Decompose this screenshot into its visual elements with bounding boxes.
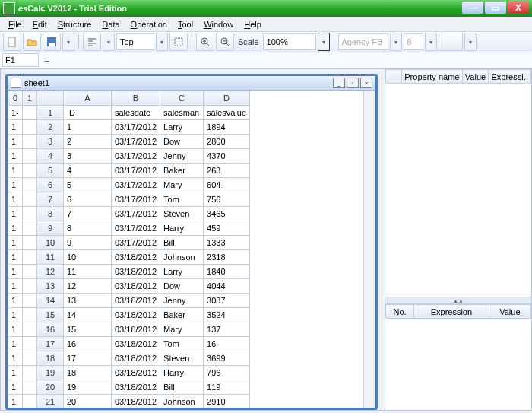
outline-col-1[interactable]: 1 [23, 91, 37, 106]
align-v-value[interactable] [119, 37, 152, 47]
save-button[interactable] [43, 33, 61, 51]
level-cell[interactable]: 1- [8, 106, 23, 120]
menu-help[interactable]: Help [239, 18, 267, 30]
data-cell[interactable]: 4044 [204, 279, 250, 294]
level-cell[interactable]: 1 [8, 279, 23, 294]
data-cell[interactable]: 03/18/2012 [112, 308, 160, 322]
data-cell[interactable]: 604 [204, 178, 250, 192]
zoom-in-button[interactable] [196, 33, 214, 51]
data-cell[interactable]: 18 [64, 366, 112, 380]
data-cell[interactable]: 03/17/2012 [112, 221, 160, 236]
data-cell[interactable]: 03/18/2012 [112, 322, 160, 337]
zoom-out-button[interactable] [216, 33, 234, 51]
scale-value[interactable] [265, 37, 314, 47]
data-cell[interactable]: 3524 [204, 308, 250, 322]
doc-maximize-button[interactable]: ▫ [347, 78, 359, 88]
level-cell[interactable]: 1 [8, 192, 23, 207]
row-header-20[interactable]: 20 [37, 380, 64, 395]
header-cell[interactable]: salesman [160, 106, 204, 120]
props-col-value[interactable]: Value [462, 70, 489, 84]
data-cell[interactable]: Dow [160, 135, 204, 149]
row-header-9[interactable]: 9 [37, 221, 64, 236]
align-h-dropdown[interactable]: ▾ [103, 33, 115, 51]
font-name-select[interactable] [338, 33, 388, 50]
font-size-dropdown[interactable]: ▾ [425, 33, 437, 51]
align-v-select[interactable] [116, 33, 154, 50]
menu-edit[interactable]: Edit [27, 18, 52, 30]
data-cell[interactable]: 17 [64, 351, 112, 366]
data-cell[interactable]: 4370 [204, 149, 250, 164]
data-cell[interactable]: 03/18/2012 [112, 279, 160, 294]
header-cell[interactable]: salesvalue [204, 106, 250, 120]
data-cell[interactable]: Larry [160, 120, 204, 135]
data-cell[interactable]: 3 [64, 149, 112, 164]
data-cell[interactable]: 3037 [204, 294, 250, 308]
data-cell[interactable]: 16 [64, 337, 112, 351]
level-cell[interactable]: 1 [8, 308, 23, 322]
props-col-name[interactable]: Property name [402, 70, 463, 84]
menu-operation[interactable]: Operation [125, 18, 173, 30]
data-cell[interactable]: 03/18/2012 [112, 351, 160, 366]
row-header-5[interactable]: 5 [37, 164, 64, 178]
data-cell[interactable]: Bill [160, 236, 204, 250]
name-box[interactable] [2, 53, 39, 67]
data-cell[interactable]: 03/17/2012 [112, 120, 160, 135]
menu-window[interactable]: Window [198, 18, 239, 30]
row-header-12[interactable]: 12 [37, 265, 64, 279]
data-cell[interactable]: 12 [64, 279, 112, 294]
level-cell[interactable]: 1 [8, 221, 23, 236]
outline-col-0[interactable]: 0 [8, 91, 23, 106]
data-cell[interactable]: Jenny [160, 294, 204, 308]
data-cell[interactable]: 7 [64, 207, 112, 221]
data-cell[interactable]: Larry [160, 265, 204, 279]
data-cell[interactable]: 2 [64, 135, 112, 149]
scale-dropdown[interactable]: ▾ [318, 33, 330, 51]
data-cell[interactable]: Baker [160, 308, 204, 322]
level-cell[interactable]: 1 [8, 135, 23, 149]
level-cell[interactable]: 1 [8, 265, 23, 279]
data-cell[interactable]: 20 [64, 395, 112, 408]
data-cell[interactable]: 137 [204, 322, 250, 337]
row-header-19[interactable]: 19 [37, 366, 64, 380]
row-header-8[interactable]: 8 [37, 207, 64, 221]
data-cell[interactable]: 03/17/2012 [112, 149, 160, 164]
data-cell[interactable]: Harry [160, 366, 204, 380]
font-name-dropdown[interactable]: ▾ [390, 33, 402, 51]
row-header-11[interactable]: 11 [37, 250, 64, 265]
data-cell[interactable]: 03/17/2012 [112, 236, 160, 250]
doc-close-button[interactable]: × [360, 78, 372, 88]
level-cell[interactable]: 1 [8, 395, 23, 408]
open-button[interactable] [23, 33, 41, 51]
close-button[interactable]: X [508, 2, 529, 14]
row-header-16[interactable]: 16 [37, 322, 64, 337]
data-cell[interactable]: 9 [64, 236, 112, 250]
vertical-scrollbar[interactable] [363, 91, 375, 408]
data-cell[interactable]: 3465 [204, 207, 250, 221]
menu-file[interactable]: File [3, 18, 27, 30]
row-header-21[interactable]: 21 [37, 395, 64, 408]
data-cell[interactable]: Mary [160, 178, 204, 192]
data-cell[interactable]: Jenny [160, 149, 204, 164]
header-cell[interactable]: salesdate [112, 106, 160, 120]
data-cell[interactable]: 03/17/2012 [112, 207, 160, 221]
data-cell[interactable]: 03/18/2012 [112, 265, 160, 279]
level-cell[interactable]: 1 [8, 149, 23, 164]
save-dropdown[interactable]: ▾ [62, 33, 74, 51]
data-cell[interactable]: 10 [64, 250, 112, 265]
row-header-1[interactable]: 1 [37, 106, 64, 120]
data-cell[interactable]: 5 [64, 178, 112, 192]
fill-color-dropdown[interactable]: ▾ [464, 33, 477, 51]
data-cell[interactable]: 119 [204, 380, 250, 395]
menu-data[interactable]: Data [97, 18, 125, 30]
expr-col-value[interactable]: Value [489, 305, 530, 319]
data-cell[interactable]: 03/18/2012 [112, 250, 160, 265]
level-cell[interactable]: 1 [8, 337, 23, 351]
data-cell[interactable]: 796 [204, 366, 250, 380]
row-header-7[interactable]: 7 [37, 192, 64, 207]
data-cell[interactable]: 03/18/2012 [112, 337, 160, 351]
minimize-button[interactable]: — [462, 2, 483, 14]
data-cell[interactable]: Johnson [160, 250, 204, 265]
level-cell[interactable]: 1 [8, 207, 23, 221]
col-header-C[interactable]: C [160, 91, 204, 106]
font-size-select[interactable] [404, 33, 423, 50]
